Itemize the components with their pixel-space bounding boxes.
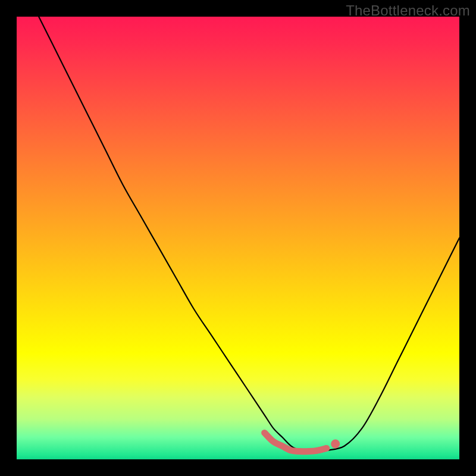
- good-fit-segment: [265, 433, 327, 451]
- chart-svg: [17, 17, 459, 459]
- bottleneck-curve: [39, 17, 459, 453]
- watermark-text: TheBottleneck.com: [346, 2, 470, 19]
- current-point-marker: [331, 440, 340, 449]
